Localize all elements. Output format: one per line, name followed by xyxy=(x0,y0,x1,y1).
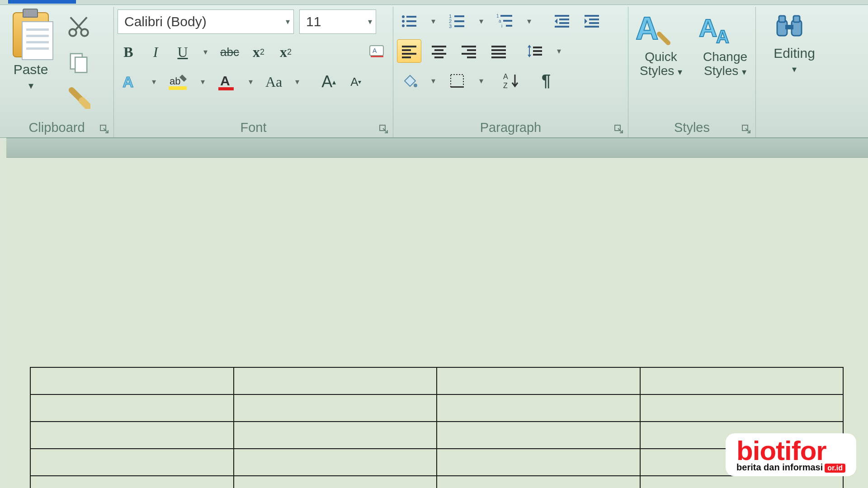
quick-styles-button[interactable]: A QuickStyles ▾ xyxy=(632,11,690,78)
font-size-combo[interactable]: 11 ▾ xyxy=(299,9,376,34)
svg-rect-40 xyxy=(402,49,411,51)
table-cell[interactable] xyxy=(437,449,640,476)
highlight-icon: ab xyxy=(169,73,188,91)
svg-rect-41 xyxy=(402,53,416,55)
table-cell[interactable] xyxy=(437,422,640,449)
italic-button[interactable]: I xyxy=(145,40,166,64)
svg-rect-24 xyxy=(454,25,464,27)
svg-text:Z: Z xyxy=(503,82,508,89)
svg-rect-55 xyxy=(529,47,530,56)
table-cell[interactable] xyxy=(30,422,234,449)
superscript-button[interactable]: x2 xyxy=(275,40,297,64)
table-cell[interactable] xyxy=(640,476,844,488)
line-spacing-dropdown[interactable]: ▾ xyxy=(552,39,565,63)
align-right-button[interactable] xyxy=(457,39,481,63)
align-center-icon xyxy=(430,42,448,60)
table-cell[interactable] xyxy=(234,367,437,394)
table-cell[interactable] xyxy=(437,476,640,488)
styles-dialog-launcher[interactable] xyxy=(742,125,751,134)
table-cell[interactable] xyxy=(234,476,437,488)
borders-dropdown[interactable]: ▾ xyxy=(475,69,487,93)
numbering-button[interactable]: 123 xyxy=(445,9,469,33)
svg-rect-20 xyxy=(454,15,464,17)
table-row[interactable] xyxy=(30,476,843,488)
bullets-button[interactable] xyxy=(397,9,421,33)
clear-formatting-button[interactable]: A xyxy=(365,40,389,64)
shading-dropdown[interactable]: ▾ xyxy=(427,69,439,93)
strikethrough-button[interactable]: abc xyxy=(217,40,242,64)
change-case-dropdown[interactable]: ▾ xyxy=(291,70,303,94)
bold-button[interactable]: B xyxy=(118,40,139,64)
highlight-button[interactable]: ab xyxy=(165,70,191,94)
table-cell[interactable] xyxy=(437,394,640,422)
paste-button[interactable]: Paste ▾ xyxy=(4,9,58,92)
sort-button[interactable]: AZ xyxy=(499,69,524,93)
increase-indent-button[interactable] xyxy=(580,9,604,33)
paragraph-dialog-launcher[interactable] xyxy=(614,125,623,134)
highlight-dropdown[interactable]: ▾ xyxy=(196,70,209,94)
table-row[interactable] xyxy=(30,449,843,476)
copy-button[interactable] xyxy=(67,50,90,74)
paint-bucket-icon xyxy=(400,72,418,90)
table-cell[interactable] xyxy=(640,367,844,394)
grow-font-button[interactable]: A▴ xyxy=(318,70,340,94)
table-cell[interactable] xyxy=(234,422,437,449)
table-cell[interactable] xyxy=(640,394,844,422)
decrease-indent-button[interactable] xyxy=(550,9,574,33)
svg-rect-60 xyxy=(451,75,463,87)
document-table[interactable] xyxy=(30,367,844,488)
table-cell[interactable] xyxy=(30,367,234,394)
cut-button[interactable] xyxy=(67,15,90,38)
underline-dropdown[interactable]: ▾ xyxy=(199,40,212,64)
group-label-styles: Styles xyxy=(632,120,752,135)
align-left-button[interactable] xyxy=(397,39,421,63)
bullets-icon xyxy=(400,12,418,30)
font-name-combo[interactable]: Calibri (Body) ▾ xyxy=(118,9,294,34)
svg-rect-31 xyxy=(555,15,569,17)
table-cell[interactable] xyxy=(30,476,234,488)
svg-rect-54 xyxy=(491,56,506,58)
table-cell[interactable] xyxy=(30,449,234,476)
align-center-button[interactable] xyxy=(427,39,451,63)
show-marks-button[interactable]: ¶ xyxy=(535,69,557,93)
font-dialog-launcher[interactable] xyxy=(379,125,388,134)
table-cell[interactable] xyxy=(30,394,234,422)
svg-rect-71 xyxy=(785,25,793,29)
tab-file[interactable] xyxy=(8,0,76,4)
text-effects-button[interactable]: A xyxy=(118,70,142,94)
watermark-brand: biotifor xyxy=(736,439,845,463)
change-styles-button[interactable]: A A ChangeStyles ▾ xyxy=(696,11,754,78)
text-effects-dropdown[interactable]: ▾ xyxy=(147,70,160,94)
change-case-button[interactable]: Aa xyxy=(262,70,285,94)
borders-button[interactable] xyxy=(445,69,469,93)
multilevel-dropdown[interactable]: ▾ xyxy=(523,9,535,33)
underline-button[interactable]: U xyxy=(172,40,193,64)
clipboard-dialog-launcher[interactable] xyxy=(100,125,109,134)
editing-button[interactable]: Editing ▾ xyxy=(774,9,815,75)
numbering-dropdown[interactable]: ▾ xyxy=(475,9,487,33)
group-editing: Editing ▾ xyxy=(756,7,833,137)
shrink-font-button[interactable]: A▾ xyxy=(345,70,367,94)
svg-rect-34 xyxy=(555,26,569,28)
align-left-icon xyxy=(400,42,418,60)
table-row[interactable] xyxy=(30,394,843,422)
multilevel-list-button[interactable]: 1ai xyxy=(493,9,517,33)
ribbon: Paste ▾ Clipboard xyxy=(0,5,868,138)
font-size-value: 11 xyxy=(306,14,321,29)
table-row[interactable] xyxy=(30,422,843,449)
font-color-dropdown[interactable]: ▾ xyxy=(244,70,257,94)
shading-button[interactable] xyxy=(397,69,421,93)
watermark-domain-badge: or.id xyxy=(825,464,845,473)
table-row[interactable] xyxy=(30,367,843,394)
subscript-button[interactable]: x2 xyxy=(248,40,269,64)
font-name-value: Calibri (Body) xyxy=(124,14,207,29)
format-painter-button[interactable] xyxy=(67,85,90,109)
table-cell[interactable] xyxy=(234,449,437,476)
bullets-dropdown[interactable]: ▾ xyxy=(427,9,439,33)
table-cell[interactable] xyxy=(234,394,437,422)
justify-button[interactable] xyxy=(486,39,511,63)
line-spacing-button[interactable] xyxy=(523,39,547,63)
font-color-button[interactable]: A xyxy=(214,70,239,94)
table-cell[interactable] xyxy=(437,367,640,394)
paste-dropdown-icon[interactable]: ▾ xyxy=(28,80,33,92)
